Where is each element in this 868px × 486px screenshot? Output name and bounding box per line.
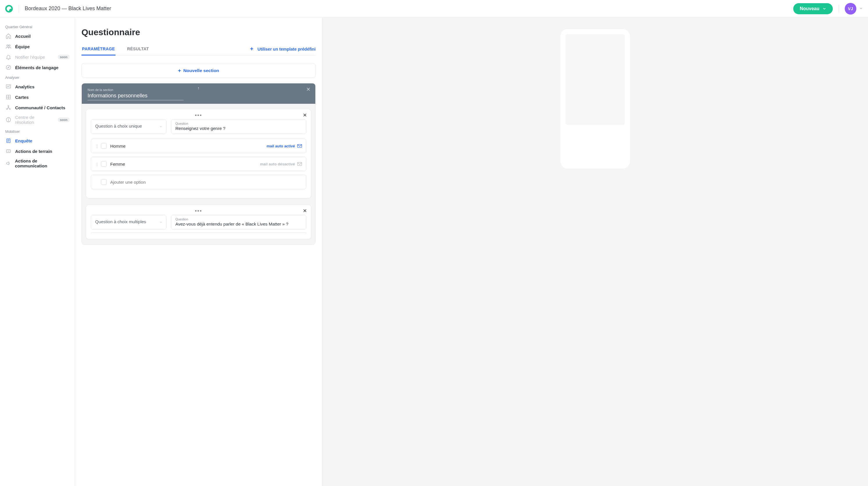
- question-text-field[interactable]: Question: [171, 215, 306, 230]
- sidebar-item-accueil[interactable]: Accueil: [3, 31, 72, 41]
- section-card: ↑ Nom de la section ••• ✕ Question: [82, 83, 316, 245]
- svg-point-1: [9, 45, 10, 46]
- sidebar-group-title: Quartier Général: [3, 22, 72, 31]
- new-button-label: Nouveau: [800, 6, 819, 11]
- sidebar-item-label: Centre de résolution: [15, 115, 54, 125]
- tab-parametrage[interactable]: PARAMÉTRAGE: [82, 43, 116, 56]
- question-text-field[interactable]: Question: [171, 119, 306, 134]
- question-type-select[interactable]: Question à choix unique: [91, 119, 166, 134]
- close-section-icon[interactable]: [306, 87, 311, 92]
- option-text-input[interactable]: [110, 162, 256, 167]
- mail-icon: [297, 162, 302, 166]
- megaphone-icon: [5, 160, 12, 167]
- close-question-icon[interactable]: ✕: [303, 208, 307, 214]
- drag-handle-icon[interactable]: ⋮: [95, 144, 97, 148]
- sidebar-item-centre[interactable]: Centre de résolution soon: [3, 113, 72, 127]
- sidebar-group-title: Analyser: [3, 73, 72, 82]
- avatar-caret-icon[interactable]: [859, 6, 863, 11]
- sidebar-item-label: Enquête: [15, 138, 32, 143]
- sidebar-item-elements[interactable]: Éléments de langage: [3, 62, 72, 73]
- section-header: ↑ Nom de la section: [82, 84, 315, 104]
- mail-auto-label: mail auto désactivé: [260, 162, 295, 166]
- sidebar-item-cartes[interactable]: Cartes: [3, 92, 72, 102]
- home-icon: [5, 33, 12, 39]
- question-type-select[interactable]: Question à choix multiples: [91, 215, 166, 230]
- users-icon: [5, 43, 12, 50]
- sidebar-item-label: Accueil: [15, 34, 31, 39]
- sidebar-item-enquete[interactable]: Enquête: [3, 135, 72, 146]
- use-template-link[interactable]: + Utiliser un template prédéfini: [250, 46, 316, 53]
- phone-preview: [560, 29, 630, 169]
- question-card: ••• ✕ Question à choix unique Question: [86, 109, 311, 198]
- question-type-value: Question à choix multiples: [95, 219, 146, 224]
- new-button[interactable]: Nouveau: [793, 3, 833, 14]
- sidebar-item-label: Équipe: [15, 44, 30, 49]
- option-row-peek: [91, 232, 306, 234]
- plus-icon: +: [178, 68, 181, 73]
- svg-rect-21: [298, 144, 302, 148]
- question-card: ••• ✕ Question à choix multiples Questio…: [86, 205, 311, 239]
- new-section-button[interactable]: +Nouvelle section: [82, 63, 316, 78]
- avatar[interactable]: VJ: [845, 3, 856, 14]
- chevron-down-icon: [822, 7, 827, 11]
- question-text-input[interactable]: [176, 125, 302, 131]
- section-name-input[interactable]: [88, 92, 184, 100]
- sidebar-item-label: Cartes: [15, 95, 29, 100]
- use-template-label: Utiliser un template prédéfini: [257, 47, 316, 52]
- tab-resultat[interactable]: RÉSULTAT: [127, 43, 150, 56]
- form-icon: [5, 137, 12, 144]
- breadcrumb-title: Bordeaux 2020 — Black Lives Matter: [25, 5, 111, 12]
- add-option-input[interactable]: [110, 180, 302, 185]
- app-header: Bordeaux 2020 — Black Lives Matter Nouve…: [0, 0, 868, 18]
- mail-icon: [297, 144, 302, 148]
- chevron-down-icon: [159, 124, 163, 129]
- bell-icon: [5, 54, 12, 60]
- svg-marker-3: [8, 67, 9, 68]
- sidebar-item-analytics[interactable]: Analytics: [3, 82, 72, 92]
- svg-point-10: [8, 105, 9, 106]
- compass-icon: [5, 64, 12, 71]
- close-question-icon[interactable]: ✕: [303, 112, 307, 118]
- drag-handle-icon[interactable]: ⋮: [95, 162, 97, 166]
- tabs: PARAMÉTRAGE RÉSULTAT + Utiliser un templ…: [82, 43, 316, 56]
- svg-point-13: [8, 121, 8, 121]
- sidebar-item-communaute[interactable]: Communauté / Contacts: [3, 102, 72, 113]
- preview-panel: [322, 18, 868, 486]
- sidebar-item-label: Actions de terrain: [15, 149, 52, 154]
- option-checkbox: [101, 179, 107, 185]
- section-body: ••• ✕ Question à choix unique Question: [82, 104, 315, 245]
- svg-point-8: [6, 108, 7, 109]
- option-checkbox[interactable]: [101, 143, 107, 149]
- sidebar-item-label: Communauté / Contacts: [15, 105, 65, 110]
- sidebar-item-terrain[interactable]: Actions de terrain: [3, 146, 72, 156]
- sidebar-group-title: Mobiliser: [3, 127, 72, 135]
- question-type-value: Question à choix unique: [95, 124, 142, 128]
- new-section-label: Nouvelle section: [183, 68, 219, 73]
- add-option-row[interactable]: ⋮: [91, 175, 306, 189]
- mail-auto-toggle[interactable]: mail auto activé: [267, 144, 302, 148]
- main-area: Questionnaire PARAMÉTRAGE RÉSULTAT + Uti…: [75, 18, 868, 486]
- svg-point-2: [6, 65, 11, 70]
- sidebar-item-label: Éléments de langage: [15, 65, 59, 70]
- svg-rect-22: [298, 162, 302, 166]
- svg-point-0: [7, 45, 8, 46]
- drag-handle-icon[interactable]: •••: [91, 209, 306, 213]
- field-icon: [5, 148, 12, 154]
- chevron-down-icon: [159, 220, 163, 225]
- drag-handle-icon[interactable]: •••: [91, 114, 306, 117]
- sidebar-item-equipe[interactable]: Équipe: [3, 41, 72, 52]
- sidebar-item-comm[interactable]: Actions de communication: [3, 156, 72, 170]
- option-checkbox[interactable]: [101, 161, 107, 167]
- move-up-icon[interactable]: ↑: [197, 86, 199, 90]
- option-text-input[interactable]: [110, 143, 263, 149]
- sidebar-item-label: Analytics: [15, 84, 35, 89]
- alert-icon: [5, 117, 12, 123]
- question-label: Question: [176, 122, 302, 125]
- sidebar-item-notifier[interactable]: Notifier l'équipe soon: [3, 52, 72, 62]
- mail-auto-label: mail auto activé: [267, 144, 295, 148]
- question-text-input[interactable]: [176, 221, 302, 226]
- mail-auto-toggle[interactable]: mail auto désactivé: [260, 162, 302, 166]
- option-row: ⋮ mail auto activé: [91, 139, 306, 153]
- page-title: Questionnaire: [82, 27, 316, 37]
- question-label: Question: [176, 218, 302, 221]
